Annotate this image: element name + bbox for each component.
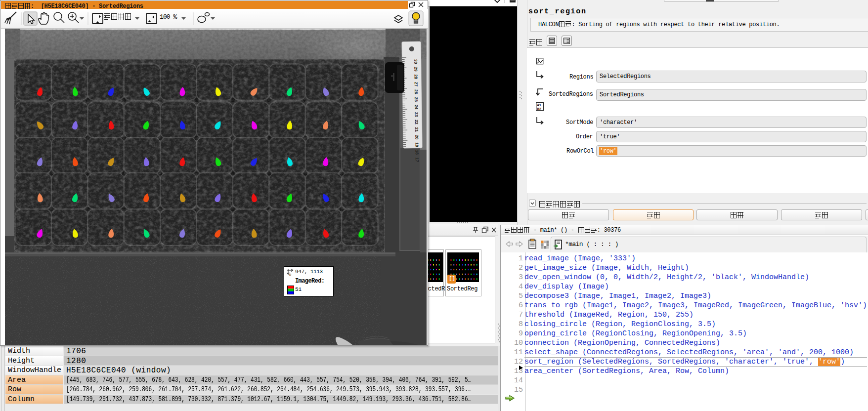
svg-text:17: 17: [415, 158, 420, 163]
svg-text:B2: B2: [537, 107, 541, 111]
svg-text:19: 19: [414, 142, 419, 147]
svg-text:26: 26: [414, 89, 419, 94]
svg-text:18: 18: [415, 150, 420, 155]
svg-text:R: R: [289, 273, 292, 277]
svg-text:24: 24: [414, 105, 419, 110]
svg-text:28: 28: [413, 74, 418, 79]
svg-text:23: 23: [414, 112, 419, 117]
svg-text:A1: A1: [537, 103, 541, 107]
svg-text:29: 29: [413, 67, 418, 72]
svg-text:30: 30: [413, 59, 418, 64]
svg-text:20: 20: [414, 135, 419, 140]
svg-text:27: 27: [414, 82, 419, 87]
svg-text:25: 25: [414, 97, 419, 102]
svg-text:21: 21: [414, 127, 419, 132]
svg-text:22: 22: [414, 120, 419, 124]
